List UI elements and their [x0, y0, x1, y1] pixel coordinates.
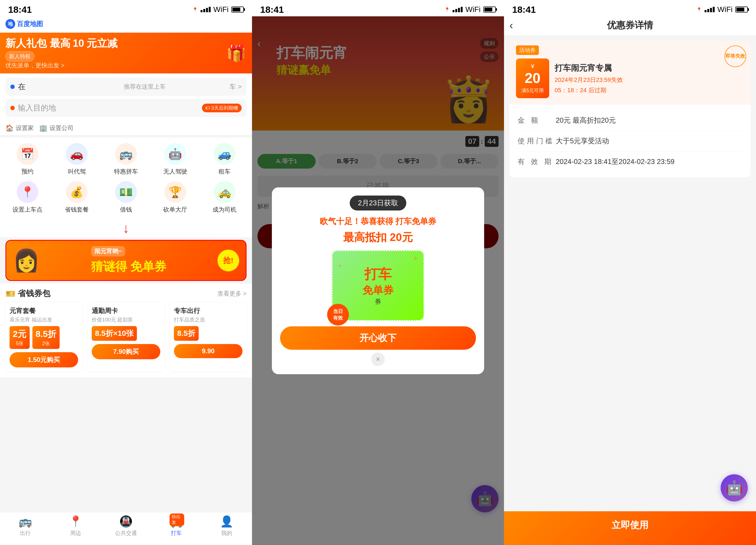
service-robot-icon: 🤖: [164, 143, 186, 165]
coupon-card-2[interactable]: 通勤周卡 价值100元 超划算 8.5折×10张 7.90购买: [87, 302, 165, 372]
service-daijia[interactable]: 🚗 叫代驾: [55, 143, 99, 176]
set-home-btn[interactable]: 🏠 设置家: [5, 124, 34, 132]
popup-box: 2月23日获取 欧气十足！恭喜获得 打车免单券 最高抵扣 20元 打车 免单券: [272, 187, 484, 374]
company-icon: 🏢: [39, 124, 47, 132]
service-daijia-label: 叫代驾: [68, 168, 86, 176]
new-user-badge: 新人特权: [5, 51, 34, 61]
coupon-prices-3: 8.5折: [174, 326, 242, 341]
set-company-btn[interactable]: 🏢 设置公司: [39, 124, 73, 132]
service-jieqian[interactable]: 💵 借钱: [104, 181, 148, 214]
coupon-card-3[interactable]: 专车出行 打车品质之选 8.5折 9.90: [169, 302, 247, 372]
battery-1: [231, 7, 244, 13]
popup-congrats: 欧气十足！恭喜获得 打车免单券: [280, 216, 476, 227]
app-name-1: 百度地图: [17, 20, 43, 28]
status-icons-2: 📍 WiFi: [444, 5, 496, 14]
detail-label-validity: 有 效 期: [518, 157, 556, 167]
promo-main-text: 猜谜得 免单券: [91, 259, 166, 275]
detail-row-validity: 有 效 期 2024-02-23 18:41至2024-02-23 23:59: [518, 152, 742, 172]
nav-chuxing[interactable]: 🚌 出行: [0, 515, 50, 537]
location-icon-3: 📍: [696, 7, 702, 12]
promo-highlight: 免单券: [130, 260, 166, 273]
coupon-card-1[interactable]: 元宵套餐 喜乐元宵 福运出发 2元 5张 8.5折 2张 1.50元购买: [5, 302, 83, 372]
panel3-back-btn[interactable]: ‹: [509, 19, 513, 32]
popup-confirm-btn[interactable]: 开心收下: [280, 326, 476, 350]
route-car-btn[interactable]: 车 >: [229, 82, 242, 91]
service-kandan[interactable]: 🏆 砍单大厅: [153, 181, 197, 214]
activity-badge: 活动券: [516, 45, 539, 55]
discount-tag-3: 8.5折: [174, 326, 199, 341]
nav-zhoubian-icon: 📍: [69, 515, 82, 528]
coupon-buy-btn-3[interactable]: 9.90: [174, 344, 242, 358]
price-tag-1a: 2元 5张: [10, 326, 30, 349]
service-siji-label: 成为司机: [213, 206, 236, 214]
nav-mine[interactable]: 👤 我的: [202, 515, 252, 537]
detail-value-validity: 2024-02-23 18:41至2024-02-23 23:59: [556, 157, 742, 167]
new-user-banner-left: 新人礼包 最高 10 元立减 新人特权 优先派单，更快出发 >: [5, 36, 118, 70]
nav-mine-icon: 👤: [220, 515, 233, 528]
savings-title-text: 省钱券包: [18, 288, 50, 299]
discount-tag-2: 8.5折×10张: [92, 326, 137, 341]
coupon-buy-btn-2[interactable]: 7.90购买: [92, 344, 160, 359]
expire-badge: 🏷 3天后到期噢: [202, 104, 242, 112]
new-user-banner[interactable]: 新人礼包 最高 10 元立减 新人特权 优先派单，更快出发 > 🎁: [0, 33, 252, 73]
nav-transit-icon: 🚇: [119, 515, 133, 528]
service-siji[interactable]: 🚕 成为司机: [203, 181, 247, 214]
price-tag-1b: 8.5折 2张: [32, 326, 60, 349]
new-user-title: 新人礼包 最高 10 元立减: [5, 36, 118, 50]
expiring-badge-line1: 即将: [726, 53, 735, 59]
service-robot[interactable]: 🤖 无人驾驶: [153, 143, 197, 176]
home-icon: 🏠: [5, 124, 14, 132]
nav-dache[interactable]: 🚕 快出发 打车: [151, 515, 202, 537]
status-icons-1: 📍 WiFi: [192, 5, 244, 14]
coupon-buy-btn-1[interactable]: 1.50元购买: [10, 352, 78, 367]
nav-transit[interactable]: 🚇 公共交通: [101, 515, 151, 537]
popup-amount: 最高抵扣 20元: [280, 230, 476, 245]
detail-value-threshold: 大于5元享受活动: [556, 136, 742, 146]
new-user-amount: 10: [73, 38, 84, 49]
panel-activity: 18:41 📍 WiFi ‹ 规则 公示 打车闹元宵 猜谜赢免: [252, 0, 504, 545]
coupon-name-3: 专车出行: [174, 306, 242, 315]
destination-box[interactable]: 输入目的地 🏷 3天后到期噢: [5, 99, 247, 117]
service-shangche-label: 设置上车点: [13, 206, 42, 214]
popup-date-badge: 2月23日获取: [350, 196, 406, 211]
from-box[interactable]: 在 推荐在这里上车 车 >: [5, 78, 247, 96]
ai-bubble-3[interactable]: 🤖: [721, 474, 748, 501]
savings-title: 🎫 省钱券包: [5, 288, 50, 299]
promo-figure: 👩: [13, 248, 40, 273]
coupon-desc-2: 价值100元 超划算: [92, 316, 160, 323]
baidu-logo-icon: 地: [5, 19, 15, 29]
app-header-1: 地 百度地图: [0, 16, 252, 33]
service-kandan-label: 砍单大厅: [163, 206, 187, 214]
detail-value-amount: 20元 最高折扣20元: [556, 116, 742, 125]
status-time-3: 18:41: [512, 4, 536, 15]
savings-more-btn[interactable]: 查看更多 >: [217, 289, 247, 298]
use-now-btn[interactable]: 立即使用: [504, 511, 756, 545]
popup-close-btn[interactable]: ×: [371, 352, 385, 366]
new-user-title-text: 新人礼包 最高: [5, 38, 70, 49]
signal-bars-2: [453, 7, 463, 12]
nav-zhoubian[interactable]: 📍 周边: [50, 515, 101, 537]
detail-label-threshold: 使用门槛: [518, 136, 556, 146]
coupon-detail-card: 活动券 ¥ 20 满5元可用 打车闹元宵专属 2024年2月23日23:59失效…: [509, 41, 751, 177]
popup-coupon-type: 打车免单券: [395, 217, 436, 226]
service-pinche-label: 特惠拼车: [114, 168, 138, 176]
promo-grab-btn[interactable]: 抢!: [217, 250, 239, 272]
panel3-page-title: 优惠券详情: [607, 19, 653, 32]
signal-bars-3: [705, 7, 715, 12]
service-zuche-label: 租车: [219, 168, 231, 176]
service-jieqian-label: 借钱: [120, 206, 132, 214]
new-user-subtext: 优先派单，更快出发 >: [5, 61, 118, 70]
expiring-badge-line2: 失效: [735, 53, 745, 59]
nav-transit-label: 公共交通: [115, 529, 137, 537]
nav-chuxing-label: 出行: [20, 529, 31, 537]
status-time-1: 18:41: [8, 4, 32, 15]
service-shangche[interactable]: 📍 设置上车点: [5, 181, 49, 214]
service-pinche[interactable]: 🚌 特惠拼车: [104, 143, 148, 176]
panel-main-app: 18:41 📍 WiFi 地 百度地图 新人礼包 最高 10: [0, 0, 252, 545]
service-shengqian[interactable]: 💰 省钱套餐: [55, 181, 99, 214]
activity-container: ‹ 规则 公示 打车闹元宵 猜谜赢免单 👸 07 : 44 A.等于1: [252, 16, 504, 545]
coupon-desc-3: 打车品质之选: [174, 316, 242, 323]
service-yueyue[interactable]: 📅 预约: [5, 143, 49, 176]
service-zuche[interactable]: 🚙 租车: [203, 143, 247, 176]
promo-banner[interactable]: 👩 闹元宵哟~ 猜谜得 免单券 抢!: [5, 240, 247, 281]
